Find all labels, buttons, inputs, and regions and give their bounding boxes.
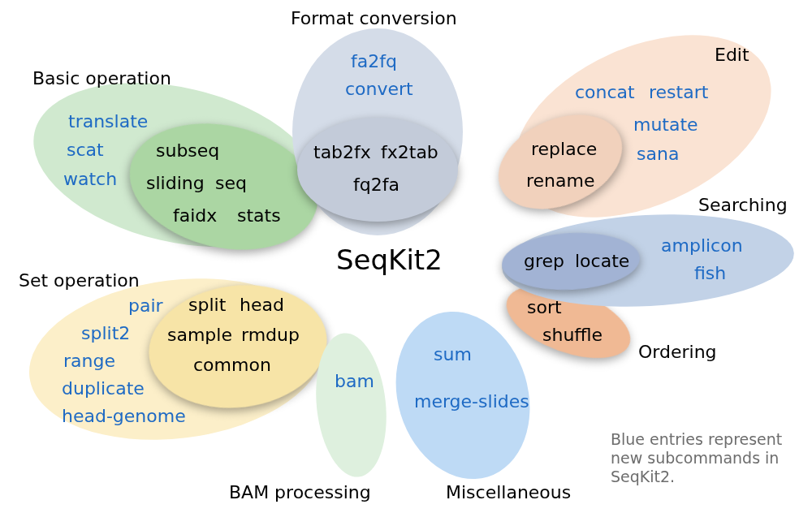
caption-line2: new subcommands in — [611, 449, 779, 467]
cmd-duplicate: duplicate — [62, 378, 145, 399]
cmd-sample: sample — [167, 325, 232, 345]
cmd-seq: seq — [215, 173, 247, 193]
caption-line1: Blue entries represent — [611, 430, 782, 448]
cmd-fx2tab: fx2tab — [381, 142, 438, 162]
cmd-sana: sana — [637, 144, 679, 164]
cmd-common: common — [193, 355, 271, 375]
cmd-merge-slides: merge-slides — [414, 391, 529, 412]
format-inner-ellipse — [297, 118, 458, 222]
cmd-subseq: subseq — [156, 140, 219, 161]
cmd-convert: convert — [345, 79, 413, 99]
cmd-sort: sort — [527, 297, 562, 317]
cmd-split2: split2 — [81, 323, 130, 343]
cmd-head-genome: head-genome — [62, 406, 186, 426]
cmd-mutate: mutate — [633, 114, 698, 135]
format-label: Format conversion — [291, 8, 457, 28]
order-label: Ordering — [638, 342, 717, 362]
edit-label: Edit — [715, 45, 749, 65]
center-title: SeqKit2 — [336, 244, 443, 276]
cmd-locate: locate — [575, 251, 629, 271]
cmd-fish: fish — [694, 263, 726, 283]
bam-label: BAM processing — [229, 482, 371, 502]
cmd-amplicon: amplicon — [661, 235, 743, 256]
cmd-range: range — [63, 351, 115, 371]
cmd-split: split — [188, 295, 226, 315]
diagram-root: SeqKit2 Basic operation Set operation Fo… — [0, 0, 812, 513]
cmd-rename: rename — [526, 170, 595, 191]
cmd-restart: restart — [649, 82, 708, 102]
cmd-watch: watch — [63, 169, 117, 189]
cmd-faidx: faidx — [173, 205, 217, 226]
cmd-head: head — [240, 295, 284, 315]
cmd-tab2fx: tab2fx — [313, 142, 371, 162]
cmd-sliding: sliding — [146, 173, 205, 193]
misc-label: Miscellaneous — [446, 482, 571, 502]
cmd-rmdup: rmdup — [241, 325, 300, 345]
set-label: Set operation — [19, 270, 140, 291]
caption: Blue entries represent new subcommands i… — [611, 430, 782, 485]
cmd-stats: stats — [237, 205, 281, 226]
basic-label: Basic operation — [32, 68, 171, 88]
cmd-grep: grep — [524, 251, 564, 271]
cmd-fq2fa: fq2fa — [353, 175, 400, 195]
cmd-shuffle: shuffle — [542, 325, 603, 345]
caption-line3: SeqKit2. — [611, 468, 675, 485]
cmd-bam: bam — [335, 371, 374, 391]
cmd-scat: scat — [67, 140, 104, 160]
cmd-translate: translate — [68, 111, 148, 131]
cmd-sum: sum — [434, 344, 472, 364]
cmd-concat: concat — [575, 82, 635, 102]
search-label: Searching — [698, 195, 788, 215]
cmd-replace: replace — [531, 139, 597, 159]
cmd-fa2fq: fa2fq — [351, 51, 397, 71]
cmd-pair: pair — [128, 295, 163, 316]
